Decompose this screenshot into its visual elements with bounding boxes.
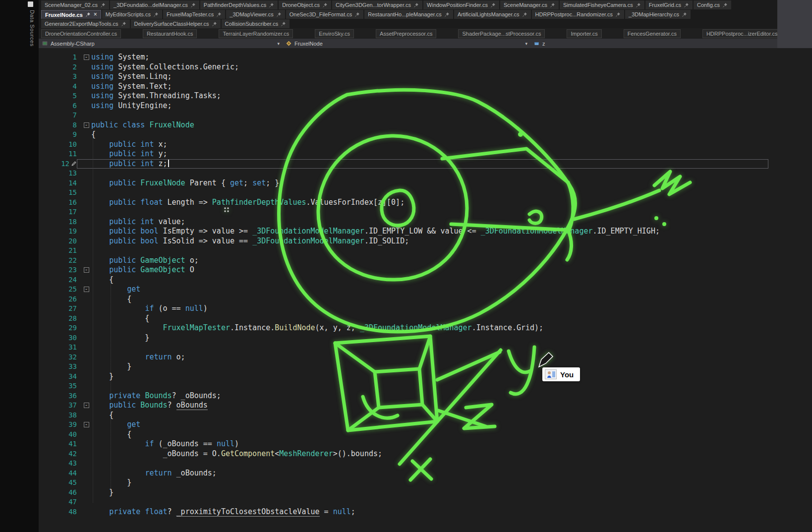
code-line-11[interactable]: 11 public int y; [39,149,812,159]
code-line-46[interactable]: 46 } [39,488,812,498]
tab-terrainlayerrandomizer-cs[interactable]: TerrainLayerRandomizer.cs [219,29,293,38]
tab-fruxelmaptester-cs[interactable]: FruxelMapTester.cs [163,10,225,19]
tab-fencesgenerator-cs[interactable]: FencesGenerator.cs [624,29,681,38]
code-line-31[interactable]: 31 [39,343,812,353]
code-line-4[interactable]: 4using System.Text; [39,82,812,92]
pin-icon[interactable] [85,12,91,17]
fold-collapse-icon[interactable]: - [84,403,89,408]
tab-collisionsubscriber-cs[interactable]: CollisionSubscriber.cs [222,19,290,28]
code-line-23[interactable]: 23- public GameObject O [39,265,812,275]
code-line-40[interactable]: 40 { [39,430,812,440]
code-line-33[interactable]: 33 } [39,362,812,372]
code-line-10[interactable]: 10 public int x; [39,140,812,150]
code-line-47[interactable]: 47 [39,497,812,507]
tab-3dmaphierarchy-cs[interactable]: _3DMapHierarchy.cs [625,10,691,19]
tab-scenemanager-cs[interactable]: SceneManager.cs [500,0,559,9]
tab-hdrppostproc-randomizer-cs[interactable]: HDRPPostproc...Randomizer.cs [532,10,625,19]
fold-collapse-icon[interactable]: - [84,422,89,427]
code-line-1[interactable]: 1-using System; [39,53,812,62]
data-sources-tab[interactable]: Data Sources [29,10,35,47]
tab-artificiallightsmanager-cs[interactable]: ArtificialLightsManager.cs [454,10,531,19]
tab-onesec3d-fileformat-cs[interactable]: OneSec3D_FileFormat.cs [286,10,364,19]
pin-icon[interactable] [682,12,687,17]
code-line-45[interactable]: 45 } [39,478,812,488]
tab-3dmapviewer-cs[interactable]: _3DMapViewer.cs [226,10,285,19]
type-dropdown[interactable]: FruxelNode ▾ [283,39,530,48]
fold-collapse-icon[interactable]: - [84,55,89,60]
code-line-9[interactable]: 9{ [39,130,812,140]
code-line-14[interactable]: 14 public FruxelNode Parent { get; set; … [39,178,812,188]
pin-icon[interactable] [281,21,286,27]
pin-icon[interactable] [636,2,641,8]
tab-fruxelgrid-cs[interactable]: FruxelGrid.cs [645,0,693,9]
code-editor[interactable]: 1-using System;2using System.Collections… [39,48,812,532]
code-line-34[interactable]: 34 } [39,372,812,382]
pin-icon[interactable] [413,2,419,8]
code-line-20[interactable]: 20 public bool IsSolid => value == _3DFo… [39,236,812,246]
pin-icon[interactable] [615,12,621,17]
close-icon[interactable]: × [94,12,97,17]
code-line-17[interactable]: 17 [39,207,812,217]
pin-icon[interactable] [444,12,450,17]
code-line-37[interactable]: 37- public Bounds? oBounds [39,401,812,411]
code-line-15[interactable]: 15 [39,188,812,198]
tab-fruxelnode-cs[interactable]: FruxelNode.cs× [41,10,101,19]
tab-hdrppostproc-izereditor-cs[interactable]: HDRPPostproc...izerEditor.cs [702,29,782,38]
code-line-16[interactable]: 16 public float Length => PathfinderDept… [39,198,812,208]
tab-config-cs[interactable]: Config.cs [694,0,731,9]
tab-deliverysurfaceclasshelper-cs[interactable]: DeliverySurfaceClassHelper.cs [131,19,221,28]
code-line-43[interactable]: 43 [39,459,812,469]
tab-restauranthook-cs[interactable]: RestaurantHook.cs [143,29,197,38]
member-dropdown[interactable]: z [530,39,812,48]
tab-pathfinderdepthvalues-cs[interactable]: PathfinderDepthValues.cs [200,0,278,9]
pin-icon[interactable] [190,2,196,8]
tab-generator2exportmaptools-cs[interactable]: Generator2ExportMapTools.cs [41,19,130,28]
code-line-8[interactable]: 8-public class FruxelNode [39,120,812,130]
code-line-36[interactable]: 36 private Bounds? _oBounds; [39,391,812,401]
dock-panel-icon[interactable] [28,1,33,7]
code-line-39[interactable]: 39- get [39,420,812,430]
tab-windowpositionfinder-cs[interactable]: WindowPositionFinder.cs [423,0,499,9]
tab-droneobject-cs[interactable]: DroneObject.cs [279,0,331,9]
code-line-13[interactable]: 13 [39,169,812,178]
pin-icon[interactable] [684,2,689,8]
tab-envirosky-cs[interactable]: EnviroSky.cs [315,29,354,38]
code-line-27[interactable]: 27 if (o == null) [39,304,812,314]
code-line-35[interactable]: 35 [39,381,812,391]
pin-icon[interactable] [212,21,217,27]
code-line-24[interactable]: 24 { [39,275,812,285]
pin-icon[interactable] [722,2,728,8]
code-line-26[interactable]: 26 { [39,295,812,304]
code-line-5[interactable]: 5using System.Threading.Tasks; [39,91,812,101]
code-line-12[interactable]: 12 public int z; [39,159,812,169]
code-line-3[interactable]: 3using System.Linq; [39,72,812,82]
tab-myeditorscripts-cs[interactable]: MyEditorScripts.cs [102,10,162,19]
pin-icon[interactable] [522,12,527,17]
tab-importer-cs[interactable]: Importer.cs [567,29,601,38]
code-line-38[interactable]: 38 { [39,411,812,420]
pin-icon[interactable] [269,2,274,8]
tab-3dfoundatio-delmanager-cs[interactable]: _3DFoundatio...delManager.cs [110,0,199,9]
tab-shaderpackage-stprocessor-cs[interactable]: ShaderPackage...stProcessor.cs [458,29,545,38]
code-line-41[interactable]: 41 if (_oBounds == null) [39,439,812,449]
code-line-22[interactable]: 22 public GameObject o; [39,256,812,266]
tab-simulatedfisheyecamera-cs[interactable]: SimulatedFisheyeCamera.cs [560,0,644,9]
fold-collapse-icon[interactable]: - [84,122,89,128]
code-line-44[interactable]: 44 return _oBounds; [39,469,812,478]
code-line-6[interactable]: 6using UnityEngine; [39,101,812,111]
code-line-28[interactable]: 28 { [39,314,812,324]
pin-icon[interactable] [354,12,360,17]
pin-icon[interactable] [100,2,106,8]
tab-droneorientationcontroller-cs[interactable]: DroneOrientationController.cs [41,29,121,38]
pin-icon[interactable] [121,21,126,27]
code-line-32[interactable]: 32 return o; [39,353,812,362]
code-line-2[interactable]: 2using System.Collections.Generic; [39,62,812,72]
fold-collapse-icon[interactable]: - [84,267,89,273]
code-line-18[interactable]: 18 public int value; [39,217,812,227]
pin-icon[interactable] [216,12,222,17]
pin-icon[interactable] [322,2,328,8]
tab-assetpreprocessor-cs[interactable]: AssetPreprocessor.cs [376,29,436,38]
code-line-29[interactable]: 29 FruxelMapTester.Instance.BuildNode(x,… [39,323,812,333]
tab-citygen3dgen-torwrapper-cs[interactable]: CityGen3DGen...torWrapper.cs [332,0,422,9]
pin-icon[interactable] [276,12,282,17]
